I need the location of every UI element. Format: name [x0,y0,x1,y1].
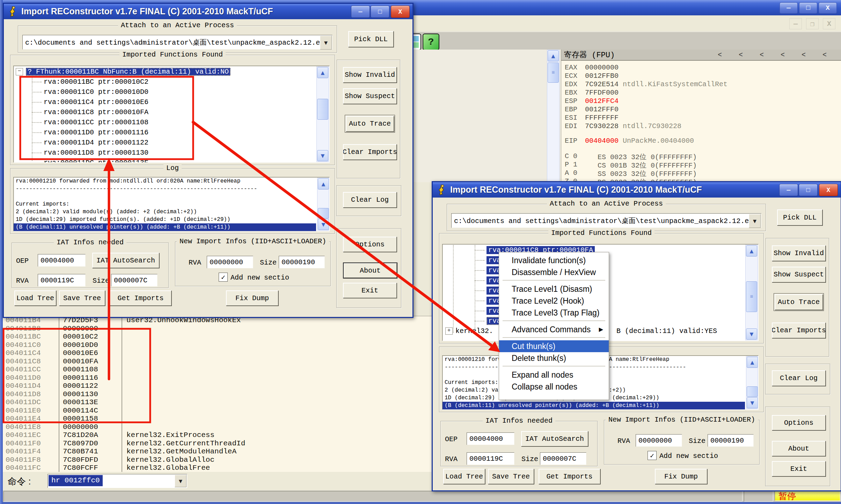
imports-tree[interactable]: −? FThunk:000011BC NbFunc:B (decimal:11)… [13,66,330,163]
new-size-field[interactable]: 00000190 [279,256,325,268]
log-line-selected[interactable]: (B (decimal:11) unresolved pointer(s)) (… [443,402,745,409]
scroll-down-button[interactable]: ▼ [747,397,758,408]
iat-autosearch-button[interactable]: IAT AutoSearch [521,431,588,446]
process-path-combobox[interactable]: c:\documents and settings\administrator\… [22,35,332,50]
scroll-down-button[interactable]: ▼ [317,150,328,161]
command-dropdown-button[interactable]: ▼ [175,475,187,487]
collapse-icon[interactable]: − [16,68,23,75]
chevron-icon[interactable]: < [739,51,743,59]
exit-button[interactable]: Exit [772,461,826,476]
main-maximize-button[interactable]: □ [799,2,817,14]
menu-item-invalidate[interactable]: Invalidate function(s) [499,254,609,266]
show-invalid-button[interactable]: Show Invalid [772,245,826,261]
iat-autosearch-button[interactable]: IAT AutoSearch [92,253,159,268]
log-scrollbar[interactable]: ▲ ▼ [317,178,329,231]
scroll-up-button[interactable]: ▲ [318,178,329,190]
main-close-button[interactable]: X [819,2,837,14]
clear-imports-button[interactable]: Clear Imports [772,323,826,338]
add-new-section-checkbox[interactable]: ✓ [219,273,228,282]
oep-field[interactable]: 00004000 [467,432,514,445]
maximize-button[interactable]: □ [799,184,818,196]
mdi-minimize-button[interactable]: — [789,18,802,29]
tree-row[interactable]: rva:000011D0 ptr:00001116 [32,127,148,138]
scrollbar-thumb[interactable] [318,208,329,218]
mdi-close-button[interactable]: X [823,18,835,29]
tree-row[interactable]: rva:000011DC ptr:0000113E [32,158,148,163]
scroll-up-button[interactable]: ▲ [548,50,559,61]
tree-row[interactable]: rva:000011C0 ptr:000010D0 [32,87,148,97]
scroll-down-button[interactable]: ▼ [746,328,757,340]
get-imports-button[interactable]: Get Imports [110,290,171,306]
save-tree-button[interactable]: Save Tree [488,469,534,484]
clear-log-button[interactable]: Clear Log [772,370,826,386]
rva-field[interactable]: 0000119C [467,452,514,465]
new-size-field[interactable]: 00000190 [708,434,754,447]
process-path-dropdown[interactable]: ▼ [320,36,332,50]
menu-item-trace-level2[interactable]: Trace Level2 (Hook) [499,295,609,307]
minimize-button[interactable]: — [779,184,798,196]
clear-log-button[interactable]: Clear Log [343,192,397,208]
options-button[interactable]: Options [772,415,826,430]
scrollbar-thumb[interactable] [747,386,758,397]
close-button[interactable]: X [391,6,410,18]
log-line-selected[interactable]: (B (decimal:11) unresolved pointer(s)) (… [14,223,316,231]
process-path-combobox[interactable]: c:\documents and settings\administrator\… [451,213,761,228]
load-tree-button[interactable]: Load Tree [14,290,56,306]
add-new-section-checkbox[interactable]: ✓ [648,451,657,460]
titlebar[interactable]: Import REConstructor v1.7e FINAL (C) 200… [4,4,412,19]
menu-item-trace-level1[interactable]: Trace Level1 (Disasm) [499,283,609,295]
save-tree-button[interactable]: Save Tree [59,290,105,306]
clear-imports-button[interactable]: Clear Imports [343,144,397,160]
tree-row[interactable]: rva:000011C8 ptr:000010FA [32,107,148,117]
imports-tree-scrollbar[interactable]: ▲ ▼ [316,66,329,162]
tree-module-row[interactable]: +kernel32. [445,326,493,336]
show-suspect-button[interactable]: Show Suspect [772,267,826,282]
close-button[interactable]: X [819,184,838,196]
log-listbox[interactable]: rva:00001210 forwarded from mod:ntdll.dl… [13,177,330,231]
tree-row[interactable]: rva:000011CC ptr:00001108 [32,117,148,127]
scrollbar-thumb[interactable]: ≡ [548,62,559,83]
maximize-button[interactable]: □ [371,6,389,18]
menu-item-delete-thunks[interactable]: Delete thunk(s) [499,352,609,364]
options-button[interactable]: Options [343,237,397,252]
chevron-icon[interactable]: < [760,51,764,59]
pick-dll-button[interactable]: Pick DLL [777,209,822,225]
chevron-icon[interactable]: < [718,51,722,59]
menu-item-expand-all[interactable]: Expand all nodes [499,369,609,381]
show-invalid-button[interactable]: Show Invalid [343,67,397,83]
expand-icon[interactable]: + [445,327,453,335]
scrollbar-thumb[interactable]: ≡ [746,281,757,312]
fix-dump-button[interactable]: Fix Dump [655,469,707,484]
mdi-restore-button[interactable]: ❐ [806,18,819,29]
size-field[interactable]: 0000007C [540,452,586,465]
registers-header[interactable]: 寄存器 (FPU) < < < < < < [561,50,841,61]
log-scrollbar[interactable]: ▲ ▼ [746,356,758,409]
about-button[interactable]: About [772,441,826,456]
toolbar-help-icon[interactable]: ? [423,34,439,50]
menu-item-trace-level3[interactable]: Trace Level3 (Trap Flag) [499,307,609,319]
chevron-icon[interactable]: < [802,51,806,59]
show-suspect-button[interactable]: Show Suspect [343,88,397,104]
rva-field[interactable]: 0000119C [38,274,86,287]
menu-item-cut-thunks[interactable]: Cut thunk(s) [499,340,609,352]
command-input[interactable]: hr 0012ffc0 ▼ [47,474,187,488]
chevron-icon[interactable]: < [822,51,827,59]
scroll-up-button[interactable]: ▲ [747,357,758,368]
fix-dump-button[interactable]: Fix Dump [226,290,278,306]
exit-button[interactable]: Exit [343,283,397,298]
new-rva-field[interactable]: 00000000 [636,434,682,447]
cpu-pane-scrollbar[interactable]: ▲ ≡ [547,50,560,183]
main-minimize-button[interactable]: — [780,2,798,14]
load-tree-button[interactable]: Load Tree [443,469,485,484]
process-path-dropdown[interactable]: ▼ [749,214,761,228]
tree-row[interactable]: rva:000011D8 ptr:00001130 [32,148,148,158]
size-field[interactable]: 0000007C [111,274,158,287]
titlebar[interactable]: Import REConstructor v1.7e FINAL (C) 200… [433,182,841,198]
menu-item-collapse-all[interactable]: Collapse all nodes [499,381,609,393]
tree-root-row[interactable]: −? FThunk:000011BC NbFunc:B (decimal:11)… [16,67,231,77]
new-rva-field[interactable]: 00000000 [207,256,253,268]
auto-trace-button[interactable]: Auto Trace [775,294,823,310]
scroll-up-button[interactable]: ▲ [746,245,757,257]
dump-pane[interactable]: 004011B477D2D5F3user32.UnhookWindowsHook… [3,316,433,472]
oep-field[interactable]: 00004000 [38,254,86,267]
